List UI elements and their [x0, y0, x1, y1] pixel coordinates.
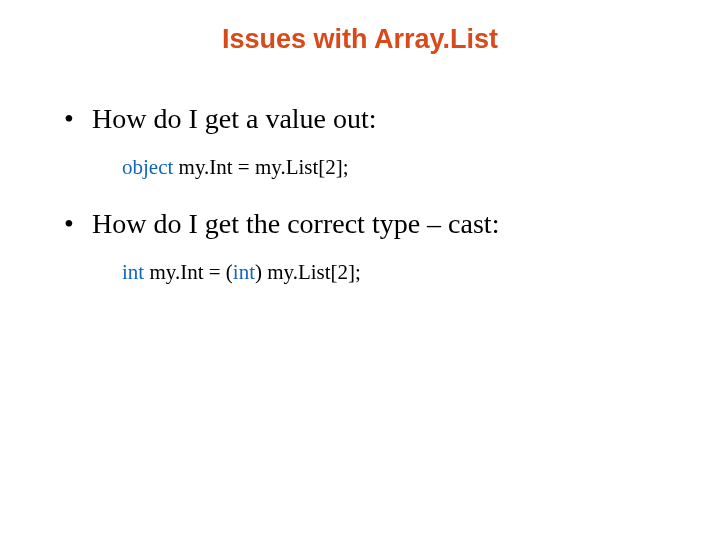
slide: Issues with Array.List How do I get a va…	[0, 0, 720, 540]
bullet-text: How do I get a value out:	[64, 103, 680, 135]
list-item: How do I get a value out: object my.Int …	[64, 103, 680, 180]
code-text: my.Int = (	[144, 260, 233, 284]
code-text: my.Int = my.List[2];	[173, 155, 348, 179]
code-keyword: int	[233, 260, 255, 284]
list-item: How do I get the correct type – cast: in…	[64, 208, 680, 285]
code-line: int my.Int = (int) my.List[2];	[122, 260, 680, 285]
bullet-list: How do I get a value out: object my.Int …	[64, 103, 680, 285]
slide-title: Issues with Array.List	[40, 24, 680, 55]
code-line: object my.Int = my.List[2];	[122, 155, 680, 180]
code-text: ) my.List[2];	[255, 260, 361, 284]
code-keyword: object	[122, 155, 173, 179]
bullet-text: How do I get the correct type – cast:	[64, 208, 680, 240]
code-keyword: int	[122, 260, 144, 284]
